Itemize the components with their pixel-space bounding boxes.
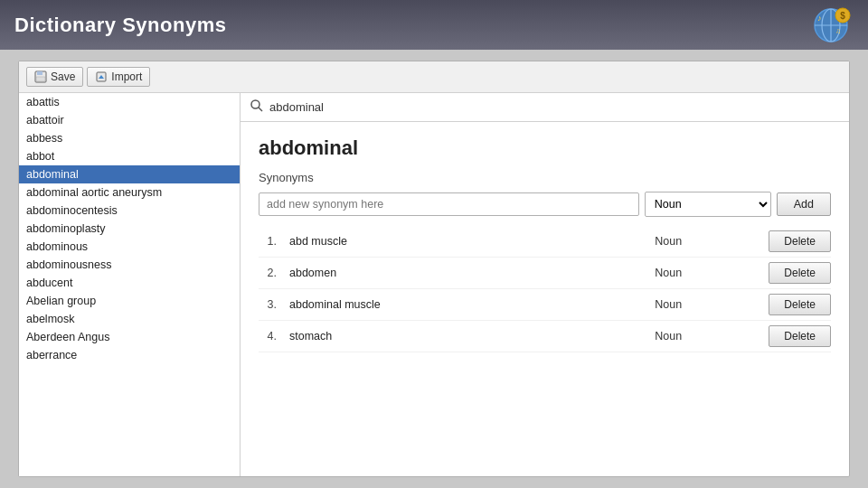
synonym-add-row: NounVerbAdjectiveAdverb Add (259, 192, 831, 217)
app-logo: $ ♪ ♫ (808, 6, 854, 44)
app-header: Dictionary Synonyms $ ♪ ♫ (0, 0, 868, 50)
add-synonym-button[interactable]: Add (777, 192, 831, 216)
list-item[interactable]: abdominoplasty (19, 220, 240, 238)
detail-content: abdominal Synonyms NounVerbAdjectiveAdve… (241, 122, 849, 476)
svg-text:$: $ (840, 11, 845, 21)
synonyms-label: Synonyms (259, 171, 831, 184)
toolbar: Save Import (19, 61, 849, 93)
save-label: Save (51, 70, 75, 83)
synonym-text: abdominal muscle (282, 298, 649, 311)
list-item[interactable]: Abelian group (19, 292, 240, 310)
synonym-row: 1.abd muscleNounDelete (259, 226, 831, 258)
synonym-number: 2. (259, 267, 277, 279)
list-item[interactable]: abdominal (19, 165, 240, 183)
list-item[interactable]: abdominousness (19, 256, 240, 274)
synonym-type: Noun (655, 298, 763, 311)
synonym-text: abd muscle (282, 235, 649, 248)
main-panel: Save Import abattisabattoirabbessabbotab… (18, 61, 850, 477)
delete-synonym-button[interactable]: Delete (769, 230, 831, 252)
list-item[interactable]: abdominocentesis (19, 202, 240, 220)
synonym-row: 3.abdominal muscleNounDelete (259, 289, 831, 321)
list-item[interactable]: abattoir (19, 111, 240, 129)
synonym-number: 1. (259, 235, 277, 248)
word-list[interactable]: abattisabattoirabbessabbotabdominalabdom… (19, 93, 241, 476)
list-item[interactable]: abbess (19, 129, 240, 147)
right-detail: abdominal Synonyms NounVerbAdjectiveAdve… (241, 93, 849, 476)
svg-rect-11 (36, 77, 45, 81)
list-item[interactable]: aberrance (19, 346, 240, 364)
list-item[interactable]: abdominous (19, 238, 240, 256)
app-title: Dictionary Synonyms (14, 14, 226, 37)
synonym-text: abdomen (282, 267, 649, 279)
svg-point-14 (251, 100, 259, 108)
save-icon (34, 70, 47, 83)
synonym-type: Noun (655, 330, 763, 343)
list-item[interactable]: abbot (19, 147, 240, 165)
synonym-number: 3. (259, 298, 277, 311)
search-input[interactable] (269, 100, 840, 114)
list-item[interactable]: abattis (19, 93, 240, 111)
list-item[interactable]: abducent (19, 274, 240, 292)
import-label: Import (111, 70, 142, 83)
import-button[interactable]: Import (87, 67, 150, 87)
main-content: Save Import abattisabattoirabbessabbotab… (0, 50, 868, 488)
word-title: abdominal (259, 136, 831, 160)
svg-text:♪: ♪ (817, 14, 822, 23)
synonym-type: Noun (655, 235, 763, 248)
svg-text:♫: ♫ (835, 27, 841, 35)
synonym-number: 4. (259, 330, 277, 343)
synonym-row: 2.abdomenNounDelete (259, 258, 831, 289)
delete-synonym-button[interactable]: Delete (769, 262, 831, 284)
svg-rect-10 (37, 71, 42, 75)
delete-synonym-button[interactable]: Delete (769, 294, 831, 315)
list-item[interactable]: abelmosk (19, 310, 240, 328)
search-icon (250, 99, 264, 116)
list-item[interactable]: abdominal aortic aneurysm (19, 183, 240, 202)
save-button[interactable]: Save (26, 67, 83, 87)
noun-type-select[interactable]: NounVerbAdjectiveAdverb (645, 192, 771, 217)
list-item[interactable]: Aberdeen Angus (19, 328, 240, 346)
synonym-type: Noun (655, 267, 763, 279)
import-icon (95, 70, 108, 83)
synonym-row: 4.stomachNounDelete (259, 321, 831, 352)
new-synonym-input[interactable] (259, 192, 639, 216)
svg-line-15 (259, 108, 262, 111)
synonym-text: stomach (282, 330, 649, 343)
synonym-rows-container: 1.abd muscleNounDelete2.abdomenNounDelet… (259, 226, 831, 352)
delete-synonym-button[interactable]: Delete (769, 325, 831, 347)
split-body: abattisabattoirabbessabbotabdominalabdom… (19, 93, 849, 476)
search-bar (241, 93, 849, 122)
